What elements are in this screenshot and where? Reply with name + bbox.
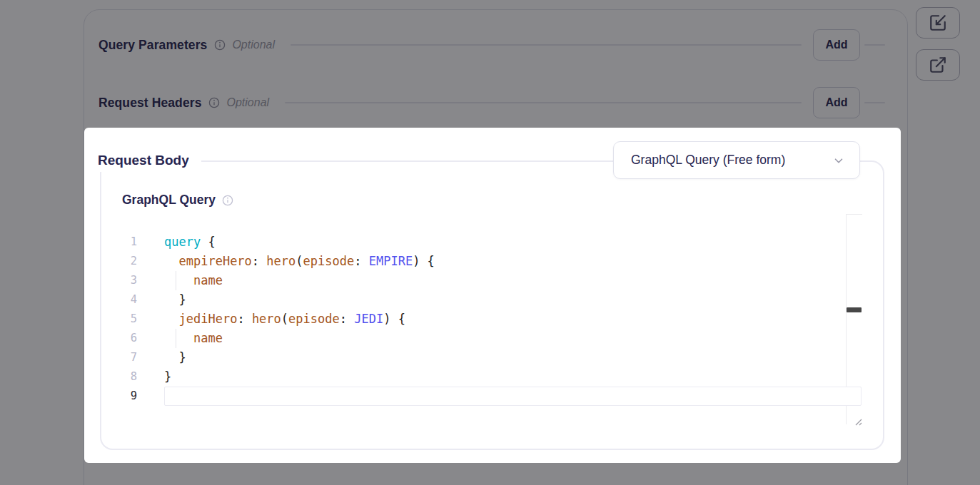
- line-number: 7: [101, 348, 137, 367]
- graphql-query-panel: GraphQL Query 123456789 query { empireHe…: [100, 160, 884, 450]
- graphql-query-label: GraphQL Query: [122, 193, 216, 208]
- add-query-parameter-button[interactable]: Add: [813, 29, 860, 61]
- scrollbar-track-top: [846, 214, 862, 215]
- divider-line-end: [864, 44, 885, 46]
- shrink-arrow-icon: [929, 14, 947, 32]
- info-icon[interactable]: [222, 195, 233, 206]
- query-parameters-section: Query Parameters Optional Add: [98, 29, 885, 61]
- code-line[interactable]: name: [164, 329, 435, 348]
- line-number: 5: [101, 310, 137, 329]
- body-type-select[interactable]: GraphQL Query (Free form): [613, 141, 860, 179]
- add-request-header-button[interactable]: Add: [813, 87, 860, 118]
- info-icon[interactable]: [208, 97, 220, 108]
- code-line[interactable]: query {: [164, 233, 435, 252]
- editor-toolbar: [916, 7, 960, 81]
- query-parameters-title: Query Parameters: [98, 38, 207, 53]
- external-link-icon: [929, 56, 947, 74]
- code-line[interactable]: name: [164, 271, 435, 290]
- line-number: 3: [101, 271, 137, 290]
- line-number: 1: [101, 233, 137, 252]
- scrollbar-thumb[interactable]: [847, 307, 862, 312]
- info-icon[interactable]: [214, 39, 226, 51]
- code-line[interactable]: empireHero: hero(episode: EMPIRE) {: [164, 252, 435, 271]
- line-number: 2: [101, 252, 137, 271]
- optional-label: Optional: [232, 39, 275, 51]
- code-line[interactable]: jediHero: hero(episode: JEDI) {: [164, 310, 435, 329]
- line-number: 9: [101, 387, 137, 406]
- code-line[interactable]: }: [164, 348, 435, 367]
- resize-handle-icon[interactable]: [853, 417, 863, 429]
- divider-line-end: [864, 102, 885, 103]
- code-line[interactable]: [164, 387, 435, 406]
- graphql-query-editor[interactable]: query { empireHero: hero(episode: EMPIRE…: [164, 233, 435, 406]
- chevron-down-icon: [832, 154, 845, 167]
- request-body-title: Request Body: [98, 149, 201, 172]
- shrink-editor-button[interactable]: [916, 7, 960, 39]
- line-number: 6: [101, 329, 137, 348]
- body-type-selected-value: GraphQL Query (Free form): [631, 153, 832, 168]
- optional-label: Optional: [226, 96, 269, 109]
- request-body-section: Request Body GraphQL Query (Free form) G…: [84, 128, 901, 463]
- divider-line: [291, 44, 802, 46]
- api-request-editor-page: Query Parameters Optional Add Request He…: [0, 0, 980, 485]
- request-headers-title: Request Headers: [98, 96, 201, 111]
- line-number-gutter: 123456789: [101, 233, 137, 406]
- code-line[interactable]: }: [164, 367, 435, 387]
- request-headers-section: Request Headers Optional Add: [98, 87, 885, 118]
- code-line[interactable]: }: [164, 290, 435, 310]
- line-number: 4: [101, 290, 137, 310]
- divider-line: [285, 102, 802, 103]
- line-number: 8: [101, 367, 137, 387]
- open-in-new-tab-button[interactable]: [916, 49, 960, 81]
